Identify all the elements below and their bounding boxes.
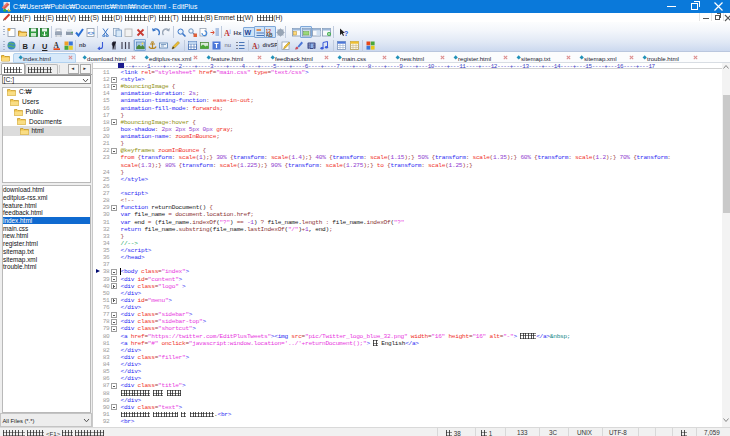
svg-text:): ) <box>257 43 259 49</box>
svg-text:<>: <> <box>87 30 95 36</box>
svg-text:?: ? <box>344 29 348 36</box>
svg-text:A: A <box>53 41 59 50</box>
svg-text:AB: AB <box>266 32 273 37</box>
svg-text:j: j <box>228 28 230 33</box>
